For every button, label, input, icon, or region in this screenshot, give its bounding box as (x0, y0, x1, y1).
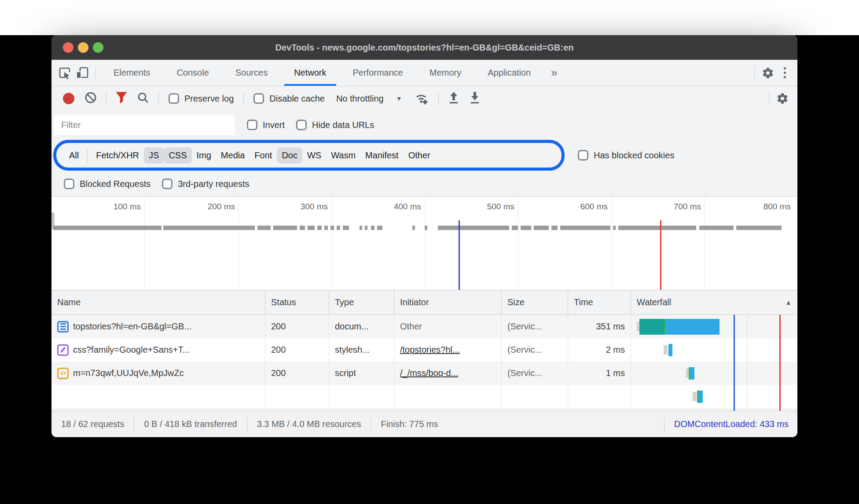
preserve-log-option: Preserve log (169, 93, 234, 104)
tab-network[interactable]: Network (281, 60, 339, 86)
settings-gear-icon[interactable] (759, 64, 777, 82)
column-header-size[interactable]: Size (502, 290, 568, 314)
disable-cache-checkbox[interactable] (253, 93, 264, 104)
timeline-activity-segment (425, 226, 427, 230)
window-title: DevTools - news.google.com/topstories?hl… (51, 43, 797, 53)
filter-input[interactable] (54, 115, 235, 135)
request-initiator: Other (394, 315, 502, 338)
tab-performance[interactable]: Performance (340, 60, 417, 86)
has-blocked-cookies-checkbox[interactable] (578, 150, 588, 161)
waterfall-bar[interactable] (697, 391, 703, 403)
timeline-activity-segment (308, 226, 315, 230)
waterfall-dcl-line (734, 315, 735, 411)
initiator-link[interactable]: /topstories?hl... (400, 345, 460, 355)
tab-console[interactable]: Console (163, 60, 222, 86)
toolbar-divider-1 (106, 91, 106, 106)
third-party-requests-checkbox[interactable] (162, 179, 173, 189)
preserve-log-checkbox[interactable] (169, 93, 179, 104)
search-icon[interactable] (137, 91, 149, 106)
timeline-activity-segment (163, 226, 255, 230)
network-overview-timeline[interactable]: 100 ms200 ms300 ms400 ms500 ms600 ms700 … (51, 196, 797, 290)
chevron-down-icon: ▼ (396, 95, 402, 102)
import-har-icon[interactable] (448, 91, 459, 106)
tab-application[interactable]: Application (474, 60, 544, 86)
more-tabs-icon[interactable]: » (544, 66, 564, 80)
table-row[interactable]: <>m=n73qwf,UUJqVe,MpJwZc 200 script /_/m… (51, 362, 797, 385)
filter-chip-doc[interactable]: Doc (277, 147, 302, 164)
invert-checkbox[interactable] (247, 120, 257, 130)
column-header-time[interactable]: Time (568, 290, 631, 314)
column-header-type[interactable]: Type (329, 290, 394, 314)
toolbar-divider-5 (769, 91, 769, 106)
script-file-icon: <> (57, 368, 69, 379)
table-row[interactable]: css?family=Google+Sans+T... 200 stylesh.… (51, 338, 797, 362)
throttling-dropdown[interactable]: No throttling ▼ (336, 94, 402, 104)
has-blocked-cookies-label: Has blocked cookies (594, 150, 674, 161)
waterfall-bar[interactable] (668, 344, 672, 356)
filter-funnel-icon[interactable] (116, 91, 127, 106)
timeline-activity-segment (521, 226, 531, 230)
request-status: 200 (265, 315, 329, 338)
timeline-activity-segment (699, 226, 734, 230)
hide-data-urls-option: Hide data URLs (296, 120, 374, 130)
request-time: 351 ms (568, 315, 631, 338)
preserve-log-label: Preserve log (184, 94, 234, 104)
minimize-window-button[interactable] (78, 42, 88, 53)
waterfall-load-line (779, 315, 781, 411)
request-size: (Servic... (502, 338, 568, 362)
filter-chip-all[interactable]: All (64, 147, 84, 164)
filter-chip-css[interactable]: CSS (164, 147, 191, 164)
column-header-initiator[interactable]: Initiator (394, 290, 502, 314)
network-settings-gear-icon[interactable] (774, 90, 791, 107)
screenshot-stage: DevTools - news.google.com/topstories?hl… (0, 0, 859, 504)
timeline-activity-segment (317, 226, 322, 230)
waterfall-bar[interactable] (689, 367, 694, 380)
hide-data-urls-checkbox[interactable] (296, 120, 307, 130)
filter-chip-media[interactable]: Media (216, 147, 250, 164)
filter-chip-js[interactable]: JS (144, 147, 164, 164)
toolbar-divider-2 (158, 91, 159, 106)
timeline-gridline (611, 197, 612, 290)
devtools-window: DevTools - news.google.com/topstories?hl… (51, 35, 797, 437)
tab-sources[interactable]: Sources (222, 60, 281, 86)
filter-chip-ws[interactable]: WS (302, 147, 326, 164)
timeline-tick-label: 800 ms (725, 202, 791, 212)
filter-chip-manifest[interactable]: Manifest (360, 147, 404, 164)
column-header-status[interactable]: Status (265, 290, 329, 314)
tabbar-divider-right (754, 66, 755, 80)
blocked-requests-checkbox[interactable] (64, 179, 74, 189)
sort-ascending-icon[interactable]: ▲ (785, 299, 792, 306)
table-row[interactable]: topstories?hl=en-GB&gl=GB... 200 docum..… (51, 315, 797, 338)
title-bar: DevTools - news.google.com/topstories?hl… (51, 35, 797, 60)
timeline-gridline (425, 197, 425, 290)
timeline-activity-segment (560, 226, 610, 230)
timeline-activity-segment (618, 226, 696, 230)
timeline-activity-segment (257, 226, 271, 230)
zoom-window-button[interactable] (93, 42, 103, 53)
tab-elements[interactable]: Elements (100, 60, 163, 86)
tabbar-divider (95, 66, 96, 80)
export-har-icon[interactable] (469, 91, 481, 106)
filter-chip-font[interactable]: Font (250, 147, 277, 164)
initiator-link[interactable]: /_/mss/boq-d... (400, 368, 458, 378)
inspect-element-icon[interactable] (56, 64, 73, 82)
customize-devtools-kebab-icon[interactable] (777, 67, 793, 78)
filter-chip-img[interactable]: Img (192, 147, 216, 164)
column-header-name[interactable]: Name (51, 290, 265, 314)
timeline-activity-segment (736, 226, 782, 230)
disable-cache-option: Disable cache (253, 93, 325, 104)
close-window-button[interactable] (63, 42, 73, 53)
third-party-requests-option: 3rd-party requests (162, 179, 249, 189)
filter-chip-other[interactable]: Other (404, 147, 435, 164)
filter-chip-wasm[interactable]: Wasm (326, 147, 360, 164)
tab-memory[interactable]: Memory (416, 60, 474, 86)
toolbar-divider-3 (243, 91, 244, 106)
finish-time: Finish: 775 ms (371, 417, 448, 432)
toggle-device-toolbar-icon[interactable] (73, 64, 91, 82)
clear-network-log-icon[interactable] (84, 91, 97, 106)
network-conditions-icon[interactable] (413, 91, 429, 106)
waterfall-bar[interactable] (639, 319, 720, 335)
record-network-log-button[interactable] (63, 93, 74, 104)
filter-chip-fetch-xhr[interactable]: Fetch/XHR (91, 147, 144, 164)
column-header-waterfall[interactable]: Waterfall▲ (631, 290, 797, 314)
